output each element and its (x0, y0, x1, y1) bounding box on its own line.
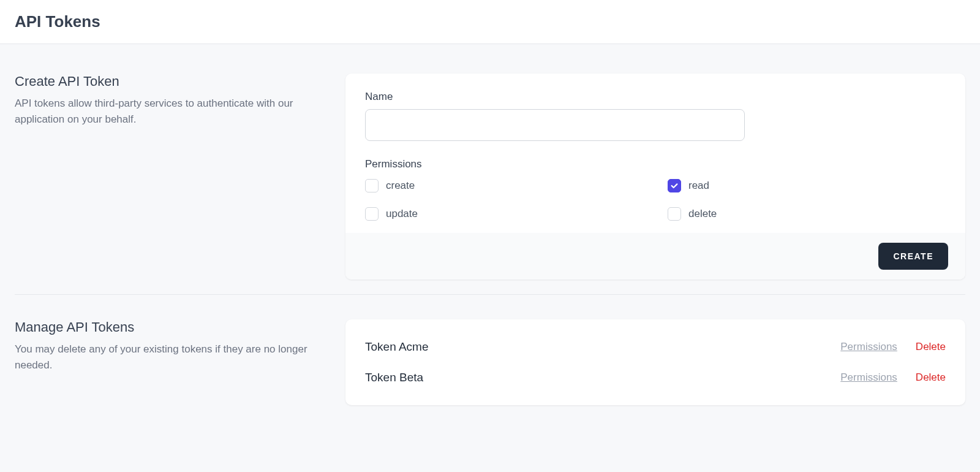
section-divider (15, 294, 965, 295)
check-icon (670, 181, 679, 190)
token-actions: PermissionsDelete (840, 341, 946, 353)
name-input[interactable] (365, 109, 745, 141)
token-actions: PermissionsDelete (840, 371, 946, 384)
delete-link[interactable]: Delete (916, 341, 946, 353)
token-row: Token AcmePermissionsDelete (365, 332, 946, 362)
page-title: API Tokens (15, 12, 965, 31)
manage-section-title: Manage API Tokens (15, 319, 321, 335)
permission-label-create: create (386, 180, 415, 192)
permission-label-read: read (688, 180, 709, 192)
checkbox-create[interactable] (365, 179, 379, 192)
manage-tokens-section: Manage API Tokens You may delete any of … (15, 319, 965, 405)
manage-tokens-card: Token AcmePermissionsDeleteToken BetaPer… (345, 319, 965, 405)
token-name: Token Acme (365, 340, 429, 354)
permission-read: read (668, 179, 946, 192)
create-token-section: Create API Token API tokens allow third-… (15, 74, 965, 280)
checkbox-read[interactable] (668, 179, 681, 192)
permission-create: create (365, 179, 643, 192)
name-label: Name (365, 91, 946, 103)
token-name: Token Beta (365, 371, 423, 384)
permission-delete: delete (668, 207, 946, 221)
token-row: Token BetaPermissionsDelete (365, 362, 946, 393)
permission-label-update: update (386, 208, 418, 220)
create-section-title: Create API Token (15, 74, 321, 89)
permission-label-delete: delete (688, 208, 717, 220)
permissions-link[interactable]: Permissions (840, 341, 897, 353)
permissions-link[interactable]: Permissions (840, 371, 897, 384)
create-button[interactable]: CREATE (878, 243, 948, 270)
delete-link[interactable]: Delete (916, 371, 946, 384)
permissions-label: Permissions (365, 158, 946, 170)
page-header: API Tokens (0, 0, 980, 44)
checkbox-update[interactable] (365, 207, 379, 221)
manage-section-description: You may delete any of your existing toke… (15, 341, 321, 373)
create-section-description: API tokens allow third-party services to… (15, 96, 321, 127)
create-token-card: Name Permissions createreadupdatedelete … (345, 74, 965, 280)
checkbox-delete[interactable] (668, 207, 681, 221)
permission-update: update (365, 207, 643, 221)
